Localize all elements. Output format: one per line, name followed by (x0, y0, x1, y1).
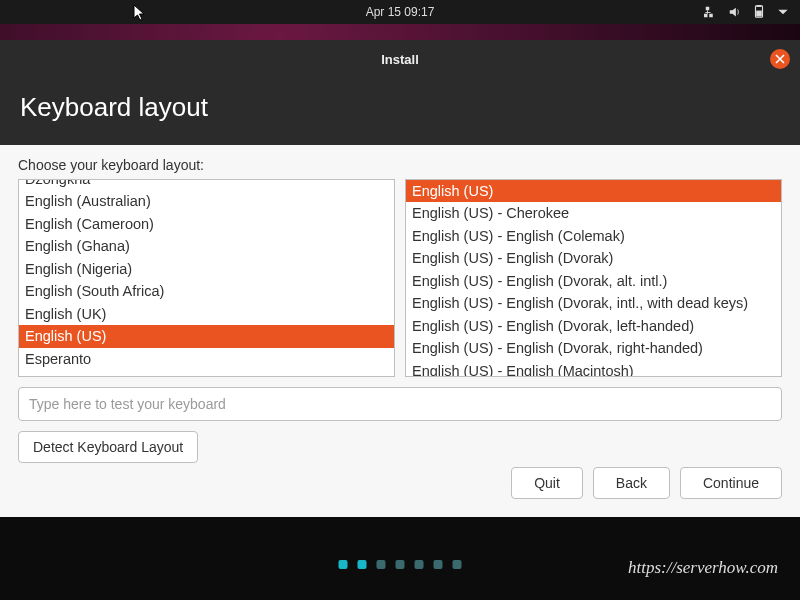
progress-dots (339, 560, 462, 569)
battery-icon[interactable] (752, 5, 766, 19)
installer-window: Install Keyboard layout Choose your keyb… (0, 40, 800, 517)
list-item[interactable]: English (South Africa) (19, 280, 394, 302)
quit-button[interactable]: Quit (511, 467, 583, 499)
list-item[interactable]: English (UK) (19, 303, 394, 325)
layout-list[interactable]: DzongkhaEnglish (Australian)English (Cam… (18, 179, 395, 377)
continue-button[interactable]: Continue (680, 467, 782, 499)
detect-layout-button[interactable]: Detect Keyboard Layout (18, 431, 198, 463)
close-button[interactable] (770, 49, 790, 69)
chevron-down-icon[interactable] (776, 5, 790, 19)
variant-list[interactable]: English (US)English (US) - CherokeeEngli… (405, 179, 782, 377)
list-item[interactable]: English (US) (406, 180, 781, 202)
list-item[interactable]: English (US) - English (Macintosh) (406, 360, 781, 377)
network-icon[interactable] (704, 5, 718, 19)
volume-icon[interactable] (728, 5, 742, 19)
svg-rect-4 (705, 12, 710, 13)
progress-dot (415, 560, 424, 569)
list-item[interactable]: English (Nigeria) (19, 258, 394, 280)
page-header: Keyboard layout (0, 78, 800, 145)
list-item[interactable]: English (US) - English (Dvorak, right-ha… (406, 337, 781, 359)
footer-buttons: Quit Back Continue (511, 467, 782, 499)
progress-dot (434, 560, 443, 569)
svg-rect-0 (706, 7, 710, 11)
list-item[interactable]: English (US) (19, 325, 394, 347)
window-title: Install (381, 52, 419, 67)
close-icon (775, 54, 785, 64)
clock: Apr 15 09:17 (366, 5, 435, 19)
list-item[interactable]: English (US) - English (Dvorak, alt. int… (406, 270, 781, 292)
system-top-bar: Apr 15 09:17 (0, 0, 800, 24)
list-item[interactable]: English (Ghana) (19, 235, 394, 257)
list-item[interactable]: English (US) - Cherokee (406, 202, 781, 224)
progress-dot (377, 560, 386, 569)
svg-rect-7 (757, 11, 761, 16)
window-titlebar: Install (0, 40, 800, 78)
progress-dot (358, 560, 367, 569)
page-title: Keyboard layout (20, 92, 780, 123)
svg-rect-2 (709, 14, 713, 18)
list-item[interactable]: English (US) - English (Colemak) (406, 225, 781, 247)
list-item[interactable]: Dzongkha (19, 179, 394, 190)
back-button[interactable]: Back (593, 467, 670, 499)
list-item[interactable]: English (Cameroon) (19, 213, 394, 235)
list-item[interactable]: English (US) - English (Dvorak, intl., w… (406, 292, 781, 314)
keyboard-test-input[interactable] (18, 387, 782, 421)
progress-dot (339, 560, 348, 569)
list-item[interactable]: English (US) - English (Dvorak) (406, 247, 781, 269)
system-tray[interactable] (704, 5, 790, 19)
prompt-label: Choose your keyboard layout: (18, 157, 782, 173)
svg-rect-1 (704, 14, 708, 18)
progress-dot (396, 560, 405, 569)
list-item[interactable]: English (Australian) (19, 190, 394, 212)
list-item[interactable]: English (US) - English (Dvorak, left-han… (406, 315, 781, 337)
bottom-strip: https://serverhow.com (0, 517, 800, 600)
progress-dot (453, 560, 462, 569)
page-content: Choose your keyboard layout: DzongkhaEng… (0, 145, 800, 517)
list-item[interactable]: Esperanto (19, 348, 394, 370)
watermark: https://serverhow.com (628, 558, 778, 578)
svg-rect-6 (757, 5, 761, 6)
